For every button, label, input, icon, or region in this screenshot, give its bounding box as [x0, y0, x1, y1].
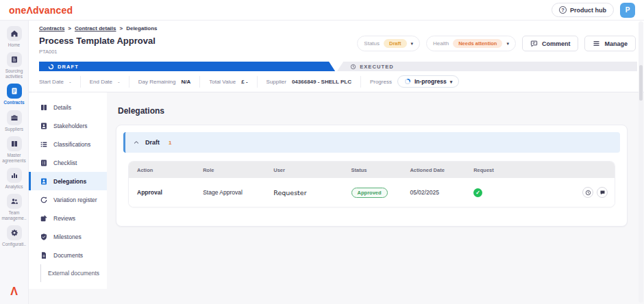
breadcrumb-current: Delegations [126, 25, 157, 31]
logo-text-rest: dvanced [33, 5, 73, 16]
sidebar-item-suppliers[interactable]: Suppliers [0, 110, 28, 132]
team-management-icon [10, 197, 18, 205]
comment-icon-button[interactable] [597, 187, 608, 198]
progress-value: In-progress [414, 78, 447, 85]
contract-stage-bar: DRAFT EXECUTED [39, 62, 637, 71]
logo-text-one: one [9, 5, 27, 16]
column-header-actioned-date: Actioned Date [410, 167, 473, 173]
menu-item-label: Variation register [53, 197, 97, 203]
comment-icon [530, 40, 538, 47]
menu-item-classifications[interactable]: Classifications [29, 135, 107, 153]
field-value: 04366849 - SHELL PLC [292, 79, 351, 85]
contract-reference: PTA001 [39, 49, 156, 55]
accordion-count-badge: 1 [169, 140, 171, 146]
chevron-down-icon: ▾ [506, 41, 509, 46]
stakeholders-icon [39, 121, 48, 130]
menu-item-checklist[interactable]: Checklist [29, 153, 107, 172]
breadcrumb-contract-details[interactable]: Contract details [75, 25, 116, 31]
advanced-logo-mark: Λ [10, 286, 18, 297]
status-label: Status [364, 40, 380, 47]
summary-start-date: Start Date - [39, 76, 81, 88]
sidebar-item-analytics[interactable]: Analytics [0, 168, 28, 190]
table-row: Approval Stage Approval Requester Approv… [129, 178, 615, 207]
chevron-down-icon: ▾ [450, 79, 453, 84]
summary-progress: Progress In-progress ▾ [361, 76, 468, 88]
status-value-badge: Draft [384, 39, 407, 48]
draft-accordion-header[interactable]: Draft 1 [123, 132, 620, 153]
manage-button[interactable]: Manage [584, 36, 636, 51]
progress-dropdown[interactable]: In-progress ▾ [397, 75, 459, 88]
history-icon-button[interactable] [582, 187, 593, 198]
field-value: N/A [181, 79, 190, 85]
user-avatar[interactable]: P [620, 3, 635, 18]
product-hub-label: Product hub [570, 7, 606, 14]
field-label: Start Date [39, 79, 64, 85]
column-header-role: Role [203, 167, 273, 173]
column-header-request: Request [473, 167, 608, 173]
breadcrumb-separator: > [119, 25, 123, 31]
summary-supplier: Supplier 04366849 - SHELL PLC [258, 76, 361, 88]
suppliers-icon [10, 114, 18, 122]
stage-executed[interactable]: EXECUTED [337, 62, 637, 71]
menu-item-variation-register[interactable]: Variation register [29, 190, 107, 209]
menu-item-label: Reviews [53, 215, 75, 222]
health-label: Health [433, 40, 449, 47]
sidebar-item-contracts[interactable]: Contracts [0, 84, 28, 105]
checklist-icon [39, 158, 48, 167]
documents-icon [39, 251, 48, 259]
menu-item-external-documents[interactable]: External documents [40, 264, 107, 282]
oneadvanced-logo[interactable]: oneΛdvanced [9, 5, 73, 16]
health-dropdown[interactable]: Health Needs attention ▾ [426, 36, 516, 51]
request-approved-check-icon: ✓ [473, 188, 482, 197]
section-heading: Delegations [118, 106, 632, 116]
hamburger-menu-icon [593, 40, 600, 47]
logo-mark: Λ [27, 5, 34, 16]
page-scrollbar[interactable] [639, 21, 643, 303]
menu-item-reviews[interactable]: Reviews [29, 209, 107, 227]
sidebar-item-master-agreements[interactable]: Master agreements [0, 136, 28, 164]
cell-user: Requester [273, 189, 351, 197]
page-header: Contracts > Contract details > Delegatio… [29, 21, 644, 92]
sidebar-item-sourcing-activities[interactable]: Sourcing activities [0, 52, 28, 79]
menu-item-details[interactable]: Details [29, 98, 107, 116]
milestones-shield-check-icon [39, 232, 48, 241]
menu-item-milestones[interactable]: Milestones [29, 227, 107, 246]
sidebar-item-configuration[interactable]: Configurati.. [0, 225, 28, 247]
breadcrumb-separator: > [68, 25, 71, 31]
top-bar: oneΛdvanced ? Product hub P [0, 0, 644, 21]
stage-draft[interactable]: DRAFT [39, 62, 335, 71]
cell-action: Approval [137, 189, 203, 196]
breadcrumb-contracts[interactable]: Contracts [39, 25, 64, 31]
variation-register-icon [39, 195, 48, 204]
menu-item-stakeholders[interactable]: Stakeholders [29, 116, 107, 135]
sidebar-item-home[interactable]: Home [0, 26, 28, 48]
manage-button-label: Manage [604, 40, 628, 47]
scrollbar-thumb[interactable] [639, 65, 643, 101]
cell-status: Approved [351, 188, 410, 198]
delegations-icon [39, 177, 48, 186]
field-value: - [69, 79, 71, 85]
column-header-user: User [273, 167, 351, 173]
cell-role: Stage Approval [203, 189, 273, 196]
clock-icon [350, 64, 356, 70]
menu-item-label: Checklist [53, 160, 77, 166]
menu-item-label: Delegations [53, 178, 86, 185]
app-window: oneΛdvanced ? Product hub P Home Sourcin… [0, 0, 644, 304]
menu-item-delegations[interactable]: Delegations [29, 172, 107, 190]
stage-executed-label: EXECUTED [360, 64, 394, 70]
sidebar-item-label: Contracts [3, 100, 24, 105]
summary-total-value: Total Value £ - [200, 76, 257, 88]
chevron-down-icon: ▾ [411, 41, 414, 46]
health-value-badge: Needs attention [453, 39, 502, 48]
primary-sidebar: Home Sourcing activities Contracts Suppl… [0, 21, 29, 304]
sidebar-item-label: Analytics [5, 184, 23, 190]
sidebar-item-team-management[interactable]: Team manageme.. [0, 194, 28, 221]
sidebar-item-label: Master agreements [1, 153, 28, 164]
cell-request: ✓ [473, 188, 582, 197]
product-hub-button[interactable]: ? Product hub [552, 3, 614, 17]
menu-item-documents[interactable]: Documents [29, 246, 107, 264]
row-actions [582, 187, 608, 198]
comment-button[interactable]: Comment [522, 36, 579, 51]
reviews-pen-icon [39, 214, 48, 223]
status-dropdown[interactable]: Status Draft ▾ [357, 36, 420, 51]
